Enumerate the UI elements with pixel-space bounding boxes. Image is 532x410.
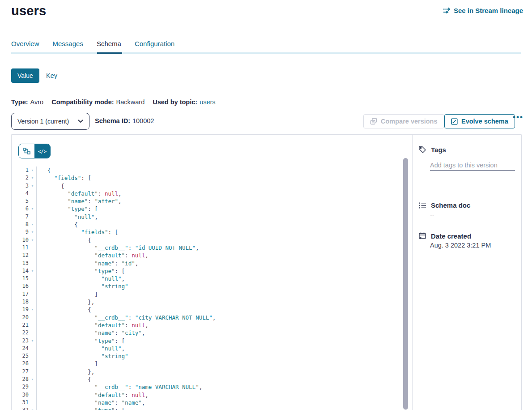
code-text: "null", [36,345,512,352]
caret-spacer [29,352,36,360]
code-text: }, [36,298,512,306]
type-label: Type: [11,98,28,106]
code-text: { [36,221,512,228]
line-number: 29 [12,383,29,391]
line-number: 3 [12,182,29,190]
code-view-icon[interactable]: </> [34,144,50,158]
add-tags-input[interactable] [430,160,515,171]
scrollbar-thumb[interactable] [403,158,408,410]
code-text: "type": [ [36,267,512,275]
collapse-caret-icon[interactable]: ▾ [29,376,36,383]
stream-lineage-icon [443,7,451,14]
code-line: 27 }, [12,368,512,376]
tab-messages[interactable]: Messages [53,40,83,52]
line-number: 26 [12,360,29,367]
line-number: 14 [12,267,29,275]
code-line: 19▾ { [12,306,512,313]
line-number: 22 [12,329,29,337]
caret-spacer [29,298,36,306]
date-created-value: Aug. 3 2022 3:21 PM [430,242,491,249]
compatibility-value: Backward [116,98,145,106]
code-line: 12 "default": null, [12,252,512,259]
line-number: 19 [12,306,29,313]
collapse-caret-icon[interactable]: ▾ [29,221,36,228]
code-text: "type": [ [36,337,512,345]
tab-overview[interactable]: Overview [11,40,39,52]
line-number: 10 [12,236,29,244]
schema-doc-value: -- [430,211,434,218]
line-number: 4 [12,190,29,197]
line-number: 20 [12,314,29,321]
line-number: 8 [12,221,29,228]
type-value: Avro [30,98,44,106]
collapse-caret-icon[interactable]: ▾ [29,406,36,410]
meta-type: Type: Avro [11,98,43,106]
line-number: 27 [12,368,29,376]
collapse-caret-icon[interactable]: ▾ [29,205,36,213]
code-text: }, [36,368,512,376]
tab-configuration[interactable]: Configuration [135,40,174,52]
caret-spacer [29,213,36,221]
code-line: 30 "default": null, [12,391,512,399]
code-line: 7 "null", [12,213,512,221]
ellipsis-icon: ••• [513,113,523,121]
code-text: "default": null, [36,252,512,259]
caret-spacer [29,345,36,352]
code-text: "fields": [ [36,174,512,182]
code-line: 17 ] [12,290,512,298]
collapse-caret-icon[interactable]: ▾ [29,167,36,174]
compare-versions-label: Compare versions [381,118,438,125]
collapse-caret-icon[interactable]: ▾ [29,267,36,275]
collapse-caret-icon[interactable]: ▾ [29,236,36,244]
tab-underline-track [11,52,521,54]
schema-meta-row: Type: Avro Compatibility mode: Backward … [11,98,216,106]
evolve-schema-button[interactable]: Evolve schema [444,114,515,128]
code-line: 32▾ "type": [ [12,406,512,410]
code-line: 31 "name": "name", [12,399,512,406]
more-options-button[interactable]: ••• [513,113,523,122]
code-line: 16 "string" [12,282,512,290]
caret-spacer [29,244,36,252]
view-mode-toggle: </> [18,144,51,158]
schema-id-value: 100002 [132,117,154,124]
code-text: ] [36,290,512,298]
code-text: "string" [36,282,512,290]
tab-schema[interactable]: Schema [97,40,121,52]
collapse-caret-icon[interactable]: ▾ [29,228,36,236]
sidebar-divider [418,182,515,182]
line-number: 5 [12,197,29,205]
caret-spacer [29,197,36,205]
collapse-caret-icon[interactable]: ▾ [29,337,36,345]
key-toggle-button[interactable]: Key [46,72,57,79]
tree-view-icon[interactable] [19,144,34,158]
meta-compatibility: Compatibility mode: Backward [51,98,145,106]
line-number: 15 [12,275,29,282]
collapse-caret-icon[interactable]: ▾ [29,174,36,182]
page-title: users [11,4,46,18]
collapse-caret-icon[interactable]: ▾ [29,182,36,190]
code-text: "__crdb__": "name VARCHAR NULL", [36,383,512,391]
code-text: "name": "name", [36,399,512,406]
caret-spacer [29,368,36,376]
code-line: 14▾ "type": [ [12,267,512,275]
collapse-caret-icon[interactable]: ▾ [29,306,36,313]
caret-spacer [29,252,36,259]
code-text: "name": "id", [36,260,512,267]
code-line: 21 "default": null, [12,321,512,329]
caret-spacer [29,275,36,282]
compare-versions-button[interactable]: Compare versions [363,114,444,128]
code-line: 3▾ { [12,182,512,190]
code-line: 23▾ "type": [ [12,337,512,345]
schema-panel: </> 1▾{2▾ "fields": [3▾ {4 "default": nu… [11,134,522,410]
line-number: 25 [12,352,29,360]
code-line: 25 "string" [12,352,512,360]
value-toggle-button[interactable]: Value [11,68,39,83]
code-text: "null", [36,213,512,221]
schema-id-label: Schema ID: [95,117,130,124]
line-number: 6 [12,205,29,213]
line-number: 11 [12,244,29,252]
stream-lineage-link[interactable]: See in Stream lineage [443,7,523,14]
date-created-heading-label: Date created [431,232,471,240]
version-select[interactable]: Version 1 (current) [11,113,89,130]
topic-link[interactable]: users [200,98,215,106]
